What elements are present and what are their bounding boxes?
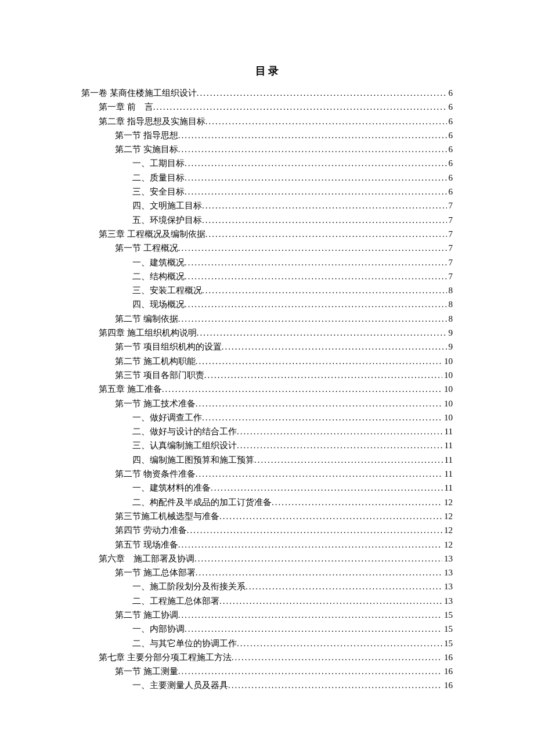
toc-entry-page: 11 bbox=[443, 438, 453, 452]
toc-leader-dots bbox=[196, 397, 442, 411]
toc-entry-page: 9 bbox=[447, 340, 453, 354]
toc-entry-label: 第三节施工机械选型与准备 bbox=[115, 509, 219, 523]
toc-entry-page: 6 bbox=[447, 185, 453, 199]
toc-leader-dots bbox=[196, 354, 442, 368]
toc-entry: 第一节 项目组织机构的设置9 bbox=[81, 340, 453, 354]
toc-entry-label: 一、主要测量人员及器具 bbox=[132, 678, 228, 692]
toc-entry-page: 15 bbox=[442, 608, 453, 622]
toc-entry-page: 10 bbox=[442, 354, 453, 368]
toc-entry-page: 13 bbox=[442, 579, 453, 593]
toc-leader-dots bbox=[187, 523, 442, 537]
toc-entry-label: 第三章 工程概况及编制依据 bbox=[99, 227, 205, 241]
toc-entry-label: 四、现场概况 bbox=[132, 297, 185, 311]
toc-entry-page: 11 bbox=[443, 467, 453, 481]
toc-entry-page: 7 bbox=[447, 213, 453, 227]
toc-entry: 二、与其它单位的协调工作15 bbox=[81, 636, 453, 650]
toc-leader-dots bbox=[185, 622, 442, 636]
toc-leader-dots bbox=[204, 368, 442, 382]
toc-entry-page: 6 bbox=[447, 142, 453, 156]
toc-entry-label: 第三节 项目各部门职责 bbox=[115, 368, 204, 382]
toc-entry-label: 第二节 施工协调 bbox=[115, 608, 178, 622]
toc-entry-label: 第二节 编制依据 bbox=[115, 312, 178, 326]
toc-leader-dots bbox=[178, 128, 447, 142]
toc-entry: 一、建筑概况7 bbox=[81, 255, 453, 269]
toc-entry-page: 12 bbox=[442, 509, 453, 523]
toc-entry-label: 一、施工阶段划分及衔接关系 bbox=[132, 579, 246, 593]
toc-entry-page: 8 bbox=[447, 312, 453, 326]
toc-entry: 第五节 现场准备12 bbox=[81, 538, 453, 552]
toc-entry-label: 第一节 工程概况 bbox=[115, 241, 178, 255]
toc-entry-label: 三、安全目标 bbox=[132, 185, 185, 199]
toc-entry-label: 二、质量目标 bbox=[132, 171, 185, 185]
toc-leader-dots bbox=[194, 552, 442, 566]
toc-leader-dots bbox=[237, 424, 443, 438]
toc-entry: 第一节 指导思想6 bbox=[81, 128, 453, 142]
toc-leader-dots bbox=[185, 171, 447, 185]
toc-entry: 第一节 施工技术准备10 bbox=[81, 397, 453, 411]
toc-entry-label: 四、文明施工目标 bbox=[132, 199, 202, 213]
toc-entry-page: 6 bbox=[447, 114, 453, 128]
toc-entry: 第四章 施工组织机构说明9 bbox=[81, 326, 453, 340]
toc-entry-page: 15 bbox=[442, 622, 453, 636]
toc-leader-dots bbox=[228, 678, 442, 692]
toc-entry-label: 第六章 施工部署及协调 bbox=[99, 552, 194, 566]
toc-entry: 第二节 实施目标6 bbox=[81, 142, 453, 156]
toc-entry-page: 12 bbox=[442, 538, 453, 552]
toc-entry-page: 16 bbox=[442, 664, 453, 678]
toc-entry-label: 一、建筑概况 bbox=[132, 255, 185, 269]
toc-leader-dots bbox=[196, 467, 443, 481]
toc-entry: 二、做好与设计的结合工作11 bbox=[81, 424, 453, 438]
toc-entry: 四、文明施工目标7 bbox=[81, 199, 453, 213]
toc-entry-label: 第二章 指导思想及实施目标 bbox=[99, 114, 205, 128]
toc-entry: 三、认真编制施工组织设计11 bbox=[81, 438, 453, 452]
toc-entry-label: 第二节 实施目标 bbox=[115, 142, 178, 156]
toc-entry-label: 第一节 指导思想 bbox=[115, 128, 178, 142]
toc-leader-dots bbox=[178, 664, 442, 678]
toc-entry-label: 一、建筑材料的准备 bbox=[132, 481, 211, 495]
toc-entry: 第六章 施工部署及协调13 bbox=[81, 552, 453, 566]
toc-entry: 三、安全目标6 bbox=[81, 185, 453, 199]
toc-entry-page: 8 bbox=[447, 297, 453, 311]
toc-leader-dots bbox=[205, 114, 447, 128]
toc-leader-dots bbox=[185, 255, 447, 269]
toc-leader-dots bbox=[162, 382, 442, 396]
toc-entry-label: 第一节 项目组织机构的设置 bbox=[115, 340, 222, 354]
toc-leader-dots bbox=[272, 495, 442, 509]
toc-entry: 第二章 指导思想及实施目标6 bbox=[81, 114, 453, 128]
toc-entry-page: 6 bbox=[447, 156, 453, 170]
toc-entry-label: 三、认真编制施工组织设计 bbox=[132, 438, 237, 452]
toc-entry-page: 12 bbox=[442, 495, 453, 509]
toc-entry-page: 6 bbox=[447, 128, 453, 142]
toc-leader-dots bbox=[196, 566, 442, 579]
toc-entry: 第三节 项目各部门职责10 bbox=[81, 368, 453, 382]
toc-leader-dots bbox=[178, 312, 447, 326]
toc-entry: 二、工程施工总体部署13 bbox=[81, 594, 453, 608]
toc-entry-label: 第一章 前 言 bbox=[99, 100, 153, 114]
toc-leader-dots bbox=[197, 86, 447, 100]
toc-entry-label: 第四章 施工组织机构说明 bbox=[99, 326, 197, 340]
toc-entry-page: 13 bbox=[442, 552, 453, 566]
toc-entry-label: 第二节 物资条件准备 bbox=[115, 467, 196, 481]
toc-entry: 第二节 施工协调15 bbox=[81, 608, 453, 622]
toc-entry: 第一节 施工总体部署13 bbox=[81, 566, 453, 579]
toc-entry-label: 二、构配件及半成品的加工订货准备 bbox=[132, 495, 272, 509]
toc-entry: 一、做好调查工作10 bbox=[81, 411, 453, 424]
toc-entry-label: 二、与其它单位的协调工作 bbox=[132, 636, 237, 650]
toc-leader-dots bbox=[219, 509, 442, 523]
toc-entry: 第三章 工程概况及编制依据7 bbox=[81, 227, 453, 241]
toc-leader-dots bbox=[178, 142, 447, 156]
toc-entry: 第三节施工机械选型与准备12 bbox=[81, 509, 453, 523]
toc-entry: 一、内部协调15 bbox=[81, 622, 453, 636]
toc-entry-label: 一、工期目标 bbox=[132, 156, 185, 170]
toc-entry-page: 12 bbox=[442, 523, 453, 537]
toc-leader-dots bbox=[211, 481, 443, 495]
toc-entry-page: 8 bbox=[447, 283, 453, 297]
toc-entry-label: 第四节 劳动力准备 bbox=[115, 523, 187, 537]
toc-entry-label: 五、环境保护目标 bbox=[132, 213, 202, 227]
toc-leader-dots bbox=[237, 438, 443, 452]
toc-leader-dots bbox=[202, 411, 442, 424]
toc-leader-dots bbox=[185, 156, 447, 170]
toc-entry: 第二节 物资条件准备11 bbox=[81, 467, 453, 481]
toc-entry: 二、质量目标6 bbox=[81, 171, 453, 185]
toc-entry: 第五章 施工准备10 bbox=[81, 382, 453, 396]
